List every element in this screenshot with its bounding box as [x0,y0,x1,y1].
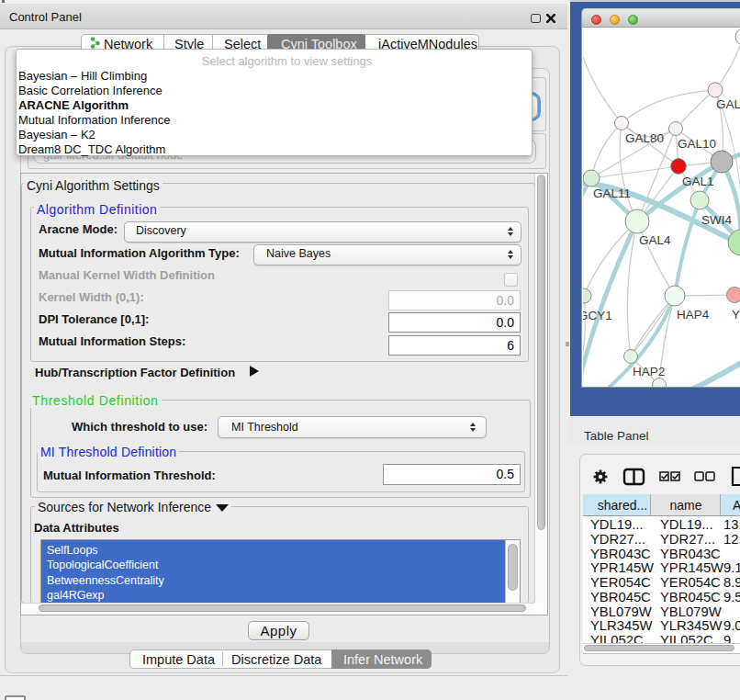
svg-text:HAP4: HAP4 [677,308,710,322]
svg-text:GAL1: GAL1 [682,175,714,188]
svg-text:GAL10: GAL10 [678,137,716,151]
svg-text:GAL80: GAL80 [625,131,664,145]
svg-text:GAL11: GAL11 [593,186,631,200]
svg-text:HAP2: HAP2 [633,365,665,378]
svg-text:GAL2: GAL2 [716,97,740,111]
svg-text:GAL4: GAL4 [639,233,671,247]
svg-text:GCY1: GCY1 [583,309,612,322]
svg-text:SWI4: SWI4 [701,213,732,227]
svg-text:YM: YM [732,308,740,322]
